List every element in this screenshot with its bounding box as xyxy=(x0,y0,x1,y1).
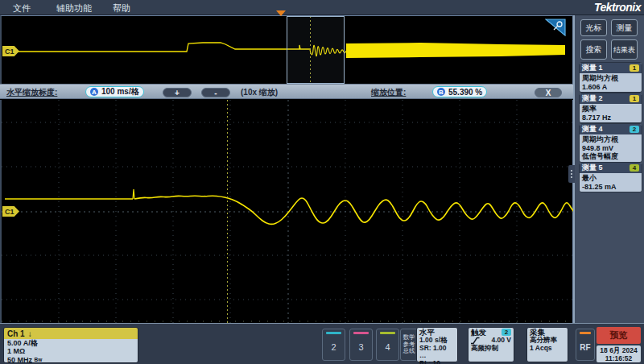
measurement-type: 周期均方根 xyxy=(582,74,639,83)
main-waveform-display[interactable]: C1 xyxy=(0,100,573,323)
zoom-position-label[interactable]: 缩放位置: xyxy=(371,87,406,98)
time-label: 11:16:52 xyxy=(605,354,633,362)
zoom-scale-control[interactable]: A 100 ms/格 xyxy=(85,86,144,97)
zoom-control-bar: 水平缩放标度: A 100 ms/格 + - (10x 缩放) 缩放位置: B … xyxy=(0,84,573,99)
zoom-scale-label[interactable]: 水平缩放标度: xyxy=(6,87,57,98)
graticule-svg xyxy=(2,100,573,323)
zoom-out-button[interactable]: - xyxy=(201,88,230,97)
zoom-in-button[interactable]: + xyxy=(163,88,192,97)
channel1-label: Ch 1 xyxy=(7,329,25,338)
measurement-title: 测量 5 xyxy=(582,163,603,173)
channel4-label: 4 xyxy=(385,334,390,360)
measurement-warning: 低信号幅度 xyxy=(582,152,639,161)
zoom-window-box[interactable] xyxy=(287,16,345,84)
results-table-button[interactable]: 结果表 xyxy=(611,39,638,60)
knob-b-icon: B xyxy=(437,88,445,96)
datetime-badge: 18 6月 2024 11:16:52 xyxy=(597,345,641,362)
overview-zoom-icon[interactable] xyxy=(545,19,566,36)
trigger-mode: 高频抑制 xyxy=(471,345,511,353)
zoom-position-value: 55.390 % xyxy=(448,88,482,97)
rf-label: RF xyxy=(580,334,590,360)
zoom-scale-value: 100 ms/格 xyxy=(101,86,139,97)
date-label: 18 6月 2024 xyxy=(600,346,637,354)
zoom-position-control[interactable]: B 55.390 % xyxy=(432,86,487,97)
drawer-handle[interactable] xyxy=(568,165,575,183)
measure-button[interactable]: 测量 xyxy=(611,19,638,36)
trigger-position-marker-icon[interactable] xyxy=(276,10,286,16)
source-chip: 1 xyxy=(630,95,639,102)
arrow-down-icon: ↓ xyxy=(28,329,32,338)
preview-button[interactable]: 预览 xyxy=(597,327,641,344)
acquisition-count: 1 Acqs xyxy=(530,345,565,353)
zoom-close-button[interactable]: X xyxy=(535,88,562,97)
overview-trace-flat xyxy=(5,43,310,52)
zoom-factor-label: (10x 缩放) xyxy=(241,87,278,98)
math-ref-bus-button[interactable]: 数学 参考 总线 xyxy=(400,329,418,361)
main-trigger-position-line xyxy=(227,100,228,323)
channel1-bandwidth: 50 MHz xyxy=(7,356,32,363)
channel3-button[interactable]: 3 xyxy=(349,329,373,361)
measurement-type: 频率 xyxy=(582,105,639,114)
acquisition-badge[interactable]: 采集 高分辨率 1 Acqs xyxy=(526,327,568,362)
channel2-button[interactable]: 2 xyxy=(322,329,345,361)
measurement-value: 1.606 A xyxy=(582,83,639,92)
oscilloscope-screen: 文件 辅助功能 帮助 Tektronix C1 水平缩放标度: A 100 ms… xyxy=(0,0,644,364)
sidebar: 光标 测量 搜索 结果表 测量 11 周期均方根1.606 A 测量 21 频率… xyxy=(573,15,644,323)
measurement-value: 8.717 Hz xyxy=(582,114,639,122)
source-chip: 2 xyxy=(630,126,639,133)
measurement-badge-5[interactable]: 测量 54 最小-81.25 mA xyxy=(579,162,642,192)
source-chip: 1 xyxy=(630,64,639,72)
measurement-value: 949.8 mV xyxy=(582,144,639,153)
record-length: RL: 10 Mpts xyxy=(419,360,455,364)
measurement-title: 测量 2 xyxy=(582,93,603,104)
measurement-badge-2[interactable]: 测量 21 频率8.717 Hz xyxy=(579,93,642,123)
channel2-label: 2 xyxy=(331,334,336,360)
bottom-bar: Ch 1↓ 5.00 A/格 1 MΩ 50 MHz Bw 2 3 4 数学 参… xyxy=(0,323,644,364)
bandwidth-icon: Bw xyxy=(35,357,43,362)
measurement-title: 测量 1 xyxy=(582,63,603,73)
rf-button[interactable]: RF xyxy=(576,329,595,361)
channel3-label: 3 xyxy=(358,334,363,360)
measurement-type: 周期均方根 xyxy=(582,135,639,144)
waveform-overview[interactable]: C1 xyxy=(0,15,573,84)
measurement-type: 最小 xyxy=(582,174,639,183)
channel1-impedance: 1 MΩ xyxy=(7,347,134,355)
cursor-button[interactable]: 光标 xyxy=(580,19,607,36)
main-trace-oscillation xyxy=(134,196,573,224)
trigger-title: 触发 xyxy=(471,329,486,337)
menu-file[interactable]: 文件 xyxy=(13,2,31,14)
menu-utility[interactable]: 辅助功能 xyxy=(56,2,92,14)
measurement-badge-1[interactable]: 测量 11 周期均方根1.606 A xyxy=(579,62,642,93)
trigger-badge[interactable]: 触发2 4.00 V 高频抑制 xyxy=(468,327,514,362)
overview-trace-band xyxy=(346,43,565,58)
main-trace-spike xyxy=(133,189,134,199)
source-chip: 4 xyxy=(630,164,639,172)
measurement-value: -81.25 mA xyxy=(582,183,639,192)
menu-bar: 文件 辅助功能 帮助 Tektronix xyxy=(0,0,644,15)
measurement-badge-4[interactable]: 测量 42 周期均方根949.8 mV低信号幅度 xyxy=(579,123,642,163)
measurement-title: 测量 4 xyxy=(582,124,603,134)
channel1-scale: 5.00 A/格 xyxy=(7,339,134,347)
horizontal-badge[interactable]: 水平 1.00 s/格 SR: 1.00 … RL: 10 Mpts xyxy=(416,327,458,362)
menu-help[interactable]: 帮助 xyxy=(113,2,130,14)
tektronix-logo: Tektronix xyxy=(594,1,641,14)
channel4-button[interactable]: 4 xyxy=(376,329,399,361)
knob-a-icon: A xyxy=(90,88,98,96)
search-button[interactable]: 搜索 xyxy=(580,39,607,60)
channel1-badge[interactable]: Ch 1↓ 5.00 A/格 1 MΩ 50 MHz Bw xyxy=(3,327,138,363)
sample-rate: SR: 1.00 … xyxy=(419,345,455,361)
